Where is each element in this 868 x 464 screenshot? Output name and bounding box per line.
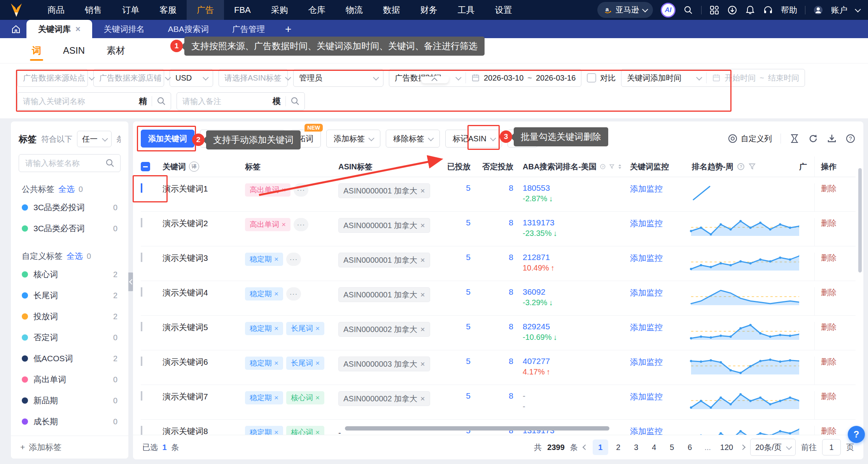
- search-icon[interactable]: [105, 158, 115, 168]
- select-all-link[interactable]: 全选: [58, 184, 75, 195]
- aba-rank-link[interactable]: 212871: [523, 253, 622, 262]
- more-tags-button[interactable]: ···: [294, 218, 308, 231]
- main-menu-item[interactable]: 财务: [410, 0, 448, 20]
- ad-source-shop-select[interactable]: 广告数据来源店铺: [93, 69, 164, 87]
- tag-list-item[interactable]: 高出单词 0: [19, 369, 121, 390]
- help-circle-icon[interactable]: ?: [600, 162, 606, 171]
- add-tag-dropdown-button[interactable]: 添加标签: [326, 130, 380, 148]
- main-menu-item[interactable]: 商品: [37, 0, 75, 20]
- aba-rank-link[interactable]: 1319173: [523, 218, 622, 227]
- tag-list-item[interactable]: 成长期 0: [19, 411, 121, 432]
- add-monitor-link[interactable]: 添加监控: [630, 357, 663, 366]
- row-delete-link[interactable]: 删除: [821, 219, 836, 227]
- asin-remove-icon[interactable]: ×: [420, 186, 425, 195]
- row-checkbox[interactable]: [141, 253, 142, 262]
- row-delete-link[interactable]: 删除: [821, 357, 836, 366]
- tag-remove-icon[interactable]: ×: [315, 324, 320, 333]
- add-monitor-link[interactable]: 添加监控: [630, 392, 663, 401]
- main-menu-item[interactable]: 工具: [448, 0, 485, 20]
- delivered-count-link[interactable]: 5: [466, 357, 471, 366]
- notifications-bell-icon[interactable]: [745, 5, 755, 15]
- negated-count-link[interactable]: 8: [509, 183, 513, 192]
- row-checkbox[interactable]: [141, 391, 142, 401]
- compare-checkbox[interactable]: 对比: [587, 73, 616, 83]
- row-checkbox[interactable]: [141, 218, 142, 227]
- keyword-name[interactable]: 演示关键词3: [163, 253, 245, 264]
- delivered-count-link[interactable]: 5: [466, 183, 471, 192]
- aba-rank-link[interactable]: -: [523, 391, 622, 401]
- entity-subtab[interactable]: ASIN: [63, 38, 85, 63]
- tag-remove-icon[interactable]: ×: [274, 359, 278, 367]
- workspace-tab[interactable]: 广告管理 ×: [220, 20, 276, 38]
- search-icon[interactable]: [290, 97, 300, 106]
- fuzzy-match-toggle[interactable]: 模: [273, 96, 281, 107]
- delivered-count-link[interactable]: 5: [466, 322, 471, 331]
- help-circle-icon[interactable]: ?: [845, 134, 856, 144]
- workspace-tab[interactable]: 关键词库 ×: [26, 20, 92, 38]
- marketplace-switcher[interactable]: a 亚马逊: [597, 2, 653, 18]
- custom-columns-button[interactable]: 自定义列: [728, 134, 772, 144]
- row-checkbox[interactable]: [141, 183, 142, 193]
- filter-funnel-icon[interactable]: [748, 163, 756, 170]
- sort-icon[interactable]: [618, 163, 622, 170]
- entity-subtab[interactable]: 词: [32, 38, 41, 63]
- tag-remove-icon[interactable]: ×: [274, 290, 278, 298]
- floating-help-button[interactable]: ?: [848, 426, 865, 443]
- manager-select[interactable]: 管理员: [293, 69, 383, 87]
- delivered-count-link[interactable]: 5: [466, 253, 471, 262]
- page-button[interactable]: 3: [628, 439, 644, 455]
- asin-remove-icon[interactable]: ×: [420, 360, 425, 369]
- keyword-name[interactable]: 演示关键词6: [163, 357, 245, 367]
- match-mode-select[interactable]: 任一: [77, 131, 112, 147]
- add-monitor-link[interactable]: 添加监控: [630, 253, 663, 262]
- main-menu-item[interactable]: 客服: [149, 0, 187, 20]
- keyword-name[interactable]: 演示关键词4: [163, 287, 245, 298]
- row-checkbox[interactable]: [141, 287, 142, 297]
- tag-remove-icon[interactable]: ×: [315, 394, 320, 402]
- select-all-checkbox[interactable]: [141, 162, 150, 171]
- tag-remove-icon[interactable]: ×: [282, 220, 286, 229]
- translate-icon[interactable]: 译: [189, 162, 199, 172]
- tag-list-item[interactable]: 新品期 0: [19, 390, 121, 411]
- tag-remove-icon[interactable]: ×: [274, 394, 278, 402]
- page-button[interactable]: 5: [664, 439, 680, 455]
- tag-search-input[interactable]: [24, 158, 102, 168]
- tag-list-item[interactable]: 投放词 2: [19, 306, 121, 327]
- main-menu-item[interactable]: 订单: [112, 0, 149, 20]
- add-monitor-link[interactable]: 添加监控: [630, 323, 663, 332]
- row-delete-link[interactable]: 删除: [821, 184, 836, 193]
- remove-tag-dropdown-button[interactable]: 移除标签: [386, 130, 440, 148]
- refresh-icon[interactable]: [808, 134, 818, 144]
- negated-count-link[interactable]: 8: [509, 357, 513, 366]
- more-tags-button[interactable]: ···: [294, 183, 308, 197]
- aba-rank-link[interactable]: 407277: [523, 357, 622, 366]
- asin-remove-icon[interactable]: ×: [420, 394, 425, 403]
- home-button[interactable]: [5, 20, 26, 38]
- asin-remove-icon[interactable]: ×: [420, 256, 425, 265]
- keyword-search-input[interactable]: [22, 97, 134, 106]
- tag-list-item[interactable]: 3C品类必投词 0: [19, 197, 121, 218]
- ai-assistant-button[interactable]: AI: [661, 3, 676, 18]
- filter-collapse-chip[interactable]: [421, 76, 449, 83]
- row-delete-link[interactable]: 删除: [821, 253, 836, 262]
- entity-subtab[interactable]: 素材: [107, 38, 125, 63]
- negated-count-link[interactable]: 8: [509, 322, 513, 331]
- help-link[interactable]: 帮助: [781, 5, 797, 16]
- negated-count-link[interactable]: 8: [509, 218, 513, 227]
- page-button[interactable]: 4: [646, 439, 662, 455]
- currency-select[interactable]: USD: [170, 69, 213, 87]
- keyword-name[interactable]: 演示关键词5: [163, 322, 245, 333]
- keyword-name[interactable]: 演示关键词2: [163, 218, 245, 229]
- keyword-name[interactable]: 演示关键词8: [163, 426, 245, 436]
- row-checkbox[interactable]: [141, 426, 142, 435]
- add-monitor-link[interactable]: 添加监控: [630, 219, 663, 228]
- add-monitor-link[interactable]: 添加监控: [630, 427, 663, 436]
- aba-rank-link[interactable]: 36092: [523, 287, 622, 297]
- vertical-scrollbar[interactable]: [858, 168, 862, 272]
- tag-list-item[interactable]: 核心词 2: [19, 264, 121, 285]
- exact-match-toggle[interactable]: 精: [139, 96, 147, 107]
- mark-asin-dropdown-button[interactable]: 标记ASIN: [445, 130, 502, 148]
- tag-list-item[interactable]: 否定词 0: [19, 327, 121, 348]
- asin-tag-select[interactable]: 请选择ASIN标签: [219, 69, 288, 87]
- add-monitor-link[interactable]: 添加监控: [630, 288, 663, 297]
